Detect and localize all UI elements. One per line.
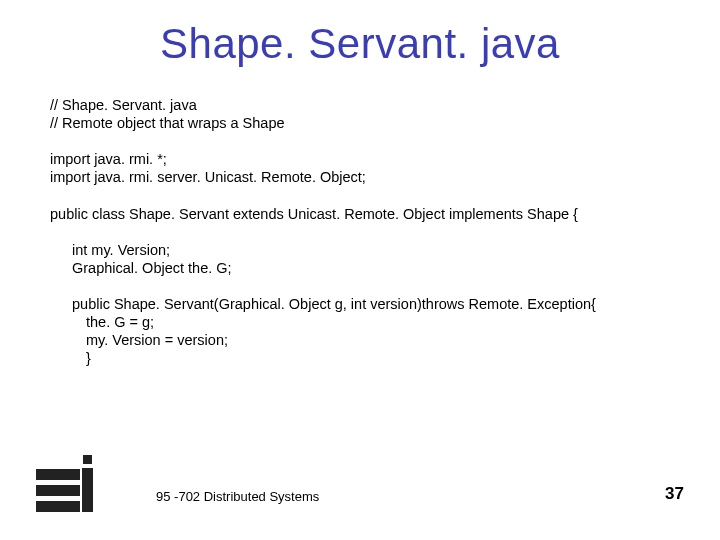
code-line: // Shape. Servant. java <box>50 96 670 114</box>
code-line: public Shape. Servant(Graphical. Object … <box>72 295 670 313</box>
slide: Shape. Servant. java // Shape. Servant. … <box>0 0 720 540</box>
code-line: int my. Version; <box>72 241 670 259</box>
logo-icon <box>36 460 98 512</box>
code-line: import java. rmi. *; <box>50 150 670 168</box>
code-line: } <box>86 349 670 367</box>
code-line: Graphical. Object the. G; <box>72 259 670 277</box>
code-line: public class Shape. Servant extends Unic… <box>50 205 670 223</box>
code-line: the. G = g; <box>86 313 670 331</box>
slide-title: Shape. Servant. java <box>0 20 720 68</box>
code-line: my. Version = version; <box>86 331 670 349</box>
page-number: 37 <box>665 484 684 504</box>
code-line: import java. rmi. server. Unicast. Remot… <box>50 168 670 186</box>
footer-text: 95 -702 Distributed Systems <box>156 489 319 504</box>
code-line: // Remote object that wraps a Shape <box>50 114 670 132</box>
code-block: // Shape. Servant. java // Remote object… <box>50 96 670 367</box>
